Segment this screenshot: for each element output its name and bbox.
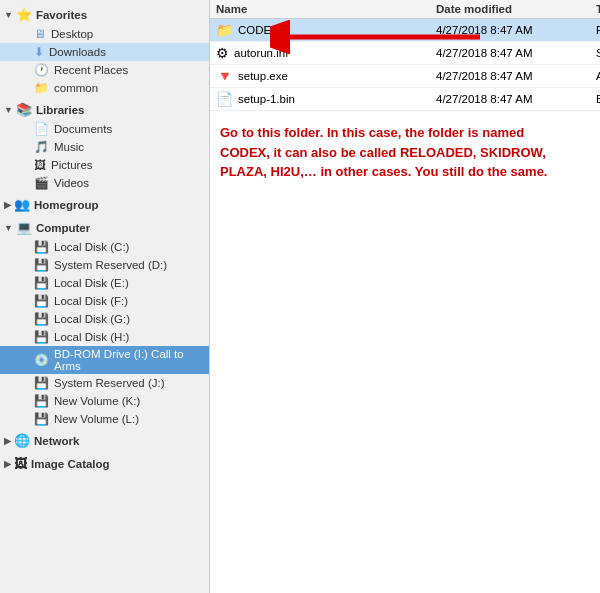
autorun-icon: ⚙ [216,45,229,61]
computer-label: Computer [36,222,90,234]
setup-exe-icon: 🔻 [216,68,233,84]
autorun-date: 4/27/2018 8:47 AM [436,47,596,59]
file-row-setup-bin[interactable]: 📄 setup-1.bin 4/27/2018 8:47 AM BIN F [210,88,600,111]
bdrom-icon: 💿 [34,353,49,367]
pictures-icon: 🖼 [34,158,46,172]
libraries-header[interactable]: ▼ 📚 Libraries [0,99,209,120]
network-arrow: ▶ [4,436,11,446]
column-date[interactable]: Date modified [436,3,596,15]
sidebar-item-downloads[interactable]: ⬇ Downloads [0,43,209,61]
sidebar-item-local-h[interactable]: 💾 Local Disk (H:) [0,328,209,346]
drive-j-icon: 💾 [34,376,49,390]
libraries-icon: 📚 [16,102,32,117]
setup-exe-name-cell: 🔻 setup.exe [216,68,436,84]
file-row-codex[interactable]: 📁 CODEX 4/27/2018 8:47 AM File f [210,19,600,42]
setup-bin-icon: 📄 [216,91,233,107]
computer-arrow: ▼ [4,223,13,233]
sidebar-item-videos[interactable]: 🎬 Videos [0,174,209,192]
bdrom-label: BD-ROM Drive (I:) Call to Arms [54,348,205,372]
codex-name: CODEX [238,24,279,36]
drive-l-icon: 💾 [34,412,49,426]
drive-g-icon: 💾 [34,312,49,326]
file-list-header: Name Date modified Type [210,0,600,19]
homegroup-header[interactable]: ▶ 👥 Homegroup [0,194,209,215]
common-icon: 📁 [34,81,49,95]
image-catalog-arrow: ▶ [4,459,11,469]
sidebar-item-common[interactable]: 📁 common [0,79,209,97]
autorun-name-cell: ⚙ autorun.inf [216,45,436,61]
setup-bin-name-cell: 📄 setup-1.bin [216,91,436,107]
favorites-section: ▼ ⭐ Favorites 🖥 Desktop ⬇ Downloads 🕐 Re… [0,4,209,97]
drive-e-icon: 💾 [34,276,49,290]
downloads-label: Downloads [49,46,106,58]
desktop-icon: 🖥 [34,27,46,41]
drive-e-label: Local Disk (E:) [54,277,129,289]
drive-h-label: Local Disk (H:) [54,331,129,343]
setup-bin-date: 4/27/2018 8:47 AM [436,93,596,105]
drive-d-label: System Reserved (D:) [54,259,167,271]
codex-type: File f [596,24,600,36]
sidebar-item-local-f[interactable]: 💾 Local Disk (F:) [0,292,209,310]
column-name[interactable]: Name [216,3,436,15]
image-catalog-icon: 🖼 [14,456,27,471]
autorun-type: Setup [596,47,600,59]
setup-bin-type: BIN F [596,93,600,105]
drive-j-label: System Reserved (J:) [54,377,165,389]
sidebar-item-system-j[interactable]: 💾 System Reserved (J:) [0,374,209,392]
network-icon: 🌐 [14,433,30,448]
videos-icon: 🎬 [34,176,49,190]
desktop-label: Desktop [51,28,93,40]
sidebar-item-system-d[interactable]: 💾 System Reserved (D:) [0,256,209,274]
computer-section: ▼ 💻 Computer 💾 Local Disk (C:) 💾 System … [0,217,209,428]
image-catalog-header[interactable]: ▶ 🖼 Image Catalog [0,453,209,474]
drive-c-label: Local Disk (C:) [54,241,129,253]
sidebar-item-music[interactable]: 🎵 Music [0,138,209,156]
sidebar: ▼ ⭐ Favorites 🖥 Desktop ⬇ Downloads 🕐 Re… [0,0,210,593]
videos-label: Videos [54,177,89,189]
sidebar-item-pictures[interactable]: 🖼 Pictures [0,156,209,174]
column-type[interactable]: Type [596,3,600,15]
drive-f-label: Local Disk (F:) [54,295,128,307]
main-content: Name Date modified Type 📁 CODEX 4/27/201… [210,0,600,593]
codex-folder-icon: 📁 [216,22,233,38]
drive-h-icon: 💾 [34,330,49,344]
network-section: ▶ 🌐 Network [0,430,209,451]
drive-c-icon: 💾 [34,240,49,254]
pictures-label: Pictures [51,159,93,171]
computer-icon: 💻 [16,220,32,235]
sidebar-item-desktop[interactable]: 🖥 Desktop [0,25,209,43]
sidebar-item-new-k[interactable]: 💾 New Volume (K:) [0,392,209,410]
homegroup-arrow: ▶ [4,200,11,210]
common-label: common [54,82,98,94]
network-header[interactable]: ▶ 🌐 Network [0,430,209,451]
setup-exe-date: 4/27/2018 8:47 AM [436,70,596,82]
music-label: Music [54,141,84,153]
image-catalog-label: Image Catalog [31,458,110,470]
favorites-arrow: ▼ [4,10,13,20]
homegroup-section: ▶ 👥 Homegroup [0,194,209,215]
favorites-header[interactable]: ▼ ⭐ Favorites [0,4,209,25]
computer-header[interactable]: ▼ 💻 Computer [0,217,209,238]
sidebar-item-bdrom-i[interactable]: 💿 BD-ROM Drive (I:) Call to Arms [0,346,209,374]
libraries-arrow: ▼ [4,105,13,115]
codex-name-cell: 📁 CODEX [216,22,436,38]
downloads-icon: ⬇ [34,45,44,59]
sidebar-item-local-e[interactable]: 💾 Local Disk (E:) [0,274,209,292]
libraries-label: Libraries [36,104,85,116]
sidebar-item-recent-places[interactable]: 🕐 Recent Places [0,61,209,79]
setup-exe-name: setup.exe [238,70,288,82]
sidebar-item-new-l[interactable]: 💾 New Volume (L:) [0,410,209,428]
drive-d-icon: 💾 [34,258,49,272]
sidebar-item-documents[interactable]: 📄 Documents [0,120,209,138]
sidebar-item-local-c[interactable]: 💾 Local Disk (C:) [0,238,209,256]
sidebar-item-local-g[interactable]: 💾 Local Disk (G:) [0,310,209,328]
favorites-label: Favorites [36,9,87,21]
drive-k-label: New Volume (K:) [54,395,140,407]
setup-exe-type: Appli [596,70,600,82]
file-row-autorun[interactable]: ⚙ autorun.inf 4/27/2018 8:47 AM Setup [210,42,600,65]
setup-bin-name: setup-1.bin [238,93,295,105]
music-icon: 🎵 [34,140,49,154]
file-area: 📁 CODEX 4/27/2018 8:47 AM File f [210,19,600,111]
homegroup-icon: 👥 [14,197,30,212]
file-row-setup-exe[interactable]: 🔻 setup.exe 4/27/2018 8:47 AM Appli [210,65,600,88]
